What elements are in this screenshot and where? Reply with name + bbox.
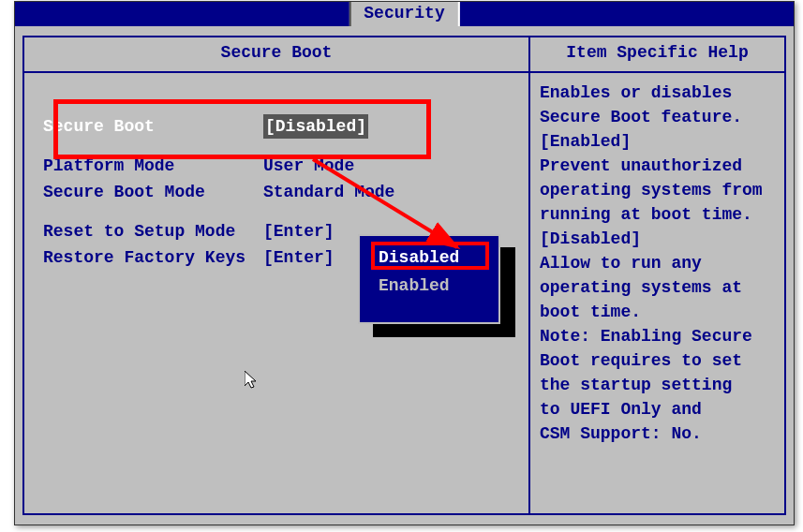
help-line: Boot requires to set xyxy=(540,348,777,373)
help-text: Enables or disables Secure Boot feature.… xyxy=(540,81,777,446)
setting-label: Secure Boot xyxy=(43,114,263,139)
tab-security[interactable]: Security xyxy=(349,2,459,26)
help-panel: Item Specific Help Enables or disables S… xyxy=(530,37,784,513)
setting-label: Secure Boot Mode xyxy=(43,180,263,204)
divider xyxy=(530,71,784,73)
help-line: boot time. xyxy=(540,300,777,324)
help-panel-title: Item Specific Help xyxy=(530,43,784,62)
bios-window: Security Secure Boot Secure Boot [Disabl… xyxy=(14,1,795,525)
help-line: to UEFI Only and xyxy=(540,397,777,421)
help-line: the startup setting xyxy=(540,373,777,397)
help-line: running at boot time. xyxy=(540,202,777,227)
help-line: operating systems from xyxy=(540,178,777,202)
setting-value: User Mode xyxy=(263,154,354,178)
divider xyxy=(24,71,528,73)
help-line: operating systems at xyxy=(540,275,777,300)
setting-secure-boot-mode[interactable]: Secure Boot Mode Standard Mode xyxy=(43,180,519,204)
popup-option-disabled[interactable]: Disabled xyxy=(360,244,498,272)
setting-value: [Enter] xyxy=(263,245,335,270)
menu-bar: Security xyxy=(15,2,794,26)
help-line: [Disabled] xyxy=(540,227,777,251)
settings-panel-title: Secure Boot xyxy=(24,43,528,62)
help-line: Note: Enabling Secure xyxy=(540,324,777,348)
setting-platform-mode[interactable]: Platform Mode User Mode xyxy=(43,154,519,178)
setting-label: Platform Mode xyxy=(43,154,263,178)
setting-label: Reset to Setup Mode xyxy=(43,219,263,244)
help-line: Prevent unauthorized xyxy=(540,154,777,178)
help-line: Enables or disables xyxy=(540,81,777,105)
setting-label: Restore Factory Keys xyxy=(43,245,263,270)
help-line: Secure Boot feature. xyxy=(540,105,777,129)
setting-value: Standard Mode xyxy=(263,180,394,204)
setting-secure-boot[interactable]: Secure Boot [Disabled] xyxy=(43,114,519,139)
popup-option-enabled[interactable]: Enabled xyxy=(360,272,498,300)
help-line: Allow to run any xyxy=(540,251,777,275)
help-line: [Enabled] xyxy=(540,129,777,154)
setting-value: [Enter] xyxy=(263,219,335,244)
help-line: CSM Support: No. xyxy=(540,421,777,446)
secure-boot-popup: Disabled Enabled xyxy=(358,234,500,324)
setting-value: [Disabled] xyxy=(263,114,368,139)
